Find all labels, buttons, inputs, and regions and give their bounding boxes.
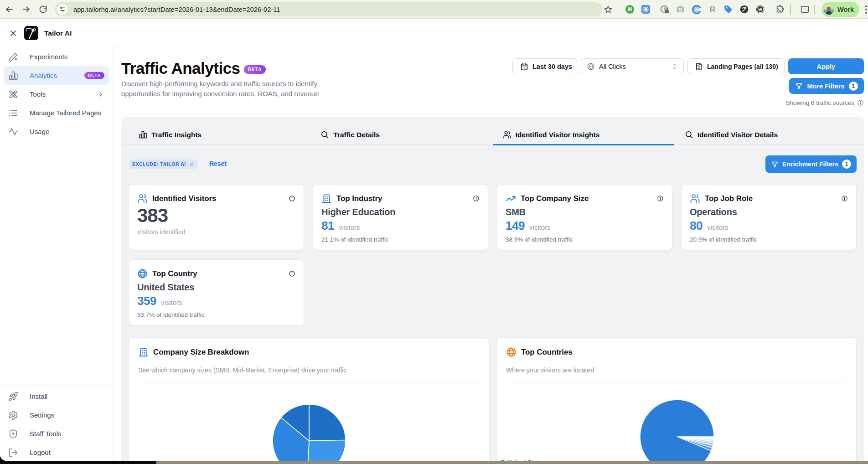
stat-card-identified-visitors: Identified Visitors 383 Visitors identif… <box>129 184 304 251</box>
users-icon <box>503 130 512 139</box>
chart-subtitle: Where your visitors are located <box>506 366 847 374</box>
exclude-filter-chip[interactable]: EXCLUDE: TAILOR AI <box>129 160 197 169</box>
sidebar-item-manage-pages[interactable]: Manage Tailored Pages <box>4 103 109 122</box>
stat-unit: visitors <box>339 223 360 231</box>
tab-label: Identified Visitor Insights <box>516 131 600 139</box>
stat-unit: visitors <box>529 223 551 231</box>
info-icon[interactable] <box>841 195 848 202</box>
sidebar-item-settings[interactable]: Settings <box>4 406 109 424</box>
click-filter-select[interactable]: All Clicks <box>581 58 684 74</box>
info-icon[interactable] <box>657 195 664 202</box>
stat-title: Top Company Size <box>521 194 589 203</box>
ext-w-icon[interactable]: W <box>752 2 768 17</box>
pages-filter-button[interactable]: Landing Pages (all 130) <box>687 58 785 74</box>
browser-profile[interactable]: Work <box>822 2 859 17</box>
pages-filter-label: Landing Pages (all 130) <box>707 63 778 70</box>
chevrons-up-down-icon <box>671 63 678 70</box>
tab-identified-visitor-insights[interactable]: Identified Visitor Insights <box>493 117 675 144</box>
browser-toolbar: app.tailorhq.ai/analytics?startDate=2026… <box>0 0 868 19</box>
bookmark-star-icon[interactable] <box>600 2 616 17</box>
back-icon[interactable] <box>1 1 17 17</box>
sidebar-item-label: Tools <box>30 90 46 98</box>
globe-icon <box>506 347 517 357</box>
sidebar-item-experiments[interactable]: Experiments <box>4 47 109 66</box>
building-icon <box>138 347 149 357</box>
pie-slice-segment-2 <box>307 440 346 461</box>
menu-dot <box>865 5 867 7</box>
avatar <box>823 4 834 15</box>
toolbar-separator <box>790 5 791 15</box>
ext-tag-icon[interactable] <box>720 2 736 17</box>
activity-icon <box>8 127 18 137</box>
analytics-panel: Traffic Insights Traffic Details Identif… <box>121 117 864 461</box>
chevron-right-icon <box>97 91 104 98</box>
sidebar-nav: Experiments Analytics BETA Tools <box>0 47 113 141</box>
more-filters-button[interactable]: More Filters 1 <box>789 78 864 94</box>
sidebar-item-tools[interactable]: Tools <box>4 85 109 103</box>
enrichment-filters-button[interactable]: Enrichment Filters 1 <box>765 155 857 173</box>
sidebar-item-install[interactable]: Install <box>4 387 109 406</box>
more-filters-row: More Filters 1 <box>512 78 864 94</box>
ext-grey-r-icon[interactable]: R <box>704 2 720 17</box>
page-title-row: Traffic Analytics BETA <box>121 59 266 77</box>
tab-identified-visitor-details[interactable]: Identified Visitor Details <box>675 117 857 144</box>
info-icon[interactable] <box>289 270 295 277</box>
stat-title: Top Job Role <box>705 194 753 203</box>
extensions-bar: M R W <box>600 0 868 19</box>
page-beta-badge: BETA <box>244 65 266 74</box>
sidebar-item-logout[interactable]: Logout <box>4 443 109 461</box>
app-header: Tailor AI <box>0 19 868 47</box>
users-icon <box>137 193 148 204</box>
tab-traffic-details[interactable]: Traffic Details <box>310 117 492 144</box>
stat-percent: 20.9% of identified traffic <box>690 236 848 243</box>
ext-tailor-icon[interactable] <box>736 2 752 17</box>
gear-icon <box>8 410 18 420</box>
info-icon[interactable] <box>473 195 480 202</box>
stat-title: Identified Visitors <box>152 194 216 203</box>
forward-icon[interactable] <box>18 1 34 17</box>
sidebar-footer-nav: Install Settings Staff Tools Logout <box>0 386 113 461</box>
sidebar-item-usage[interactable]: Usage <box>4 122 109 141</box>
info-icon[interactable] <box>289 195 295 202</box>
sidebar-item-label: Analytics <box>30 72 57 79</box>
ext-clock-lock-icon[interactable] <box>656 2 672 17</box>
sidebar-item-label: Usage <box>30 128 49 135</box>
funnel-icon <box>771 160 779 168</box>
sidebar-item-staff-tools[interactable]: Staff Tools <box>4 424 109 443</box>
rocket-icon <box>8 392 18 402</box>
url-bar[interactable]: app.tailorhq.ai/analytics?startDate=2026… <box>55 2 603 16</box>
side-panel-icon[interactable] <box>797 2 813 17</box>
ext-camera-icon[interactable] <box>672 2 688 17</box>
sidebar-item-analytics[interactable]: Analytics BETA <box>4 66 109 85</box>
sidebar-item-label: Manage Tailored Pages <box>30 109 101 117</box>
chart-title: Top Countries <box>521 348 573 357</box>
date-range-label: Last 30 days <box>532 63 572 70</box>
ext-blue-gear-icon[interactable] <box>638 2 654 17</box>
stat-unit: visitors <box>707 223 728 231</box>
info-icon[interactable] <box>857 99 864 106</box>
filter-buttons-row: Last 30 days All Clicks Landing Pages ( <box>512 58 864 74</box>
ext-green-m-icon[interactable]: M <box>622 2 638 17</box>
reload-icon[interactable] <box>35 1 51 17</box>
reset-link[interactable]: Reset <box>209 160 227 167</box>
ext-blue-c-icon[interactable] <box>688 2 704 17</box>
profile-name: Work <box>837 6 854 13</box>
chip-close-icon[interactable] <box>189 162 194 167</box>
tab-label: Identified Visitor Details <box>698 131 778 139</box>
showing-sources-row: Showing 6 traffic sources <box>512 99 864 106</box>
list-icon <box>8 108 18 118</box>
site-settings-icon[interactable] <box>57 4 67 15</box>
date-range-button[interactable]: Last 30 days <box>512 58 577 74</box>
close-icon[interactable] <box>8 28 19 39</box>
search-icon <box>320 130 329 139</box>
sidebar-item-label: Staff Tools <box>30 430 62 438</box>
browser-nav-buttons <box>1 1 51 17</box>
menu-dot <box>865 12 867 14</box>
browser-menu-icon[interactable] <box>865 5 868 14</box>
apply-button[interactable]: Apply <box>788 58 864 74</box>
chart-subtitle: See which company sizes (SMB, Mid-Market… <box>138 366 480 374</box>
page-title: Traffic Analytics <box>121 59 240 77</box>
tab-traffic-insights[interactable]: Traffic Insights <box>129 117 310 144</box>
chart-card-top-countries: Top Countries Where your visitors are lo… <box>496 337 857 461</box>
extensions-puzzle-icon[interactable] <box>772 2 788 17</box>
